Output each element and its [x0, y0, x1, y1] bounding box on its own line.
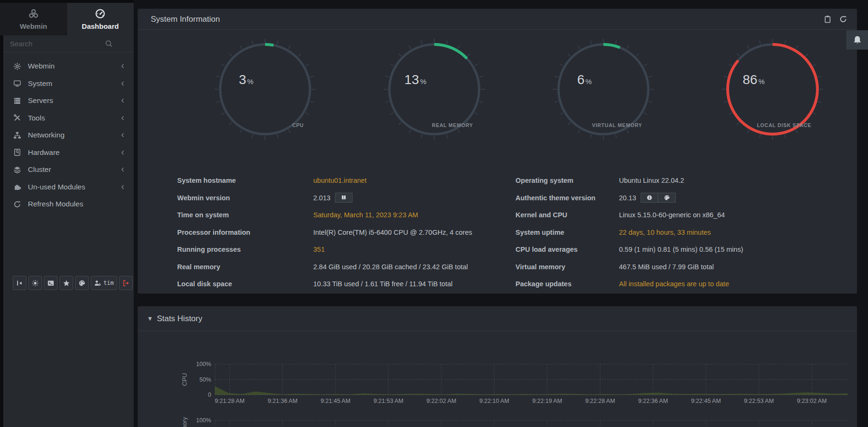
tab-webmin[interactable]: Webmin	[0, 3, 67, 35]
copy-to-clipboard-button[interactable]	[824, 15, 832, 23]
favorites-button[interactable]	[60, 276, 73, 290]
area-series-cpu	[215, 386, 848, 395]
gauge-value: 13%	[381, 72, 449, 87]
sidebar: Webmin Dashboard Webmin‹ System‹ Servers…	[3, 0, 134, 427]
info-value-text: Saturday, March 11, 2023 9:23 AM	[313, 211, 418, 219]
sidebar-item-refresh-modules[interactable]: Refresh Modules	[3, 196, 134, 213]
info-value-link[interactable]: All installed packages are up to date	[619, 275, 857, 293]
x-tick-label: 9:22:19 AM	[532, 398, 562, 404]
tab-dashboard[interactable]: Dashboard	[67, 3, 134, 35]
info-value: 2.013	[313, 189, 516, 207]
info-label: Processor information	[177, 224, 313, 241]
sidebar-item-servers[interactable]: Servers‹	[3, 92, 134, 110]
palette-icon	[664, 195, 670, 201]
panel-title: System Information	[151, 15, 220, 24]
info-value-text: 0.59 (1 min) 0.81 (5 mins) 0.56 (15 mins…	[619, 246, 743, 253]
stats-history-panel: ▼ Stats History 9:21:28 AM9:21:36 AM9:21…	[138, 306, 857, 427]
star-icon	[63, 280, 70, 287]
info-label: CPU load averages	[516, 241, 619, 258]
y-tick-label: 0	[208, 392, 211, 398]
system-information-panel: System Information 3% CPU 13% REAL MEMOR…	[138, 9, 857, 294]
sidebar-footer-buttons: tim	[13, 276, 133, 290]
logout-icon	[122, 280, 129, 287]
y-tick-label: 100%	[196, 361, 211, 367]
sidebar-item-label: Un-used Modules	[28, 183, 85, 191]
info-label: Webmin version	[177, 189, 313, 207]
chevron-left-icon: ‹	[121, 78, 124, 87]
gauge-real-memory: 13% REAL MEMORY	[381, 36, 487, 142]
gauge-value: 6%	[550, 72, 619, 87]
chevron-left-icon: ‹	[121, 112, 124, 122]
info-value-text: All installed packages are up to date	[619, 280, 729, 288]
screen-left-edge	[0, 0, 3, 427]
info-label: System uptime	[516, 224, 619, 241]
gauge-cell: 86% LOCAL DISK SPACE	[688, 36, 857, 142]
hard-drive-icon	[13, 148, 22, 156]
refresh-page-button[interactable]	[839, 15, 847, 23]
info-value-link[interactable]: ubuntu01.intranet	[313, 172, 516, 189]
logout-button[interactable]	[119, 276, 133, 290]
search-input[interactable]	[3, 40, 105, 48]
sidebar-item-system[interactable]: System‹	[3, 75, 134, 93]
chevron-left-icon: ‹	[121, 164, 124, 173]
tab-label: Dashboard	[82, 22, 119, 30]
system-info-table: System hostnameubuntu01.intranetOperatin…	[138, 172, 857, 293]
refresh-icon	[839, 15, 847, 23]
puzzle-icon	[13, 183, 22, 191]
theme-options-button[interactable]	[75, 276, 89, 290]
palette-icon	[78, 280, 86, 287]
sidebar-item-hardware[interactable]: Hardware‹	[3, 144, 134, 162]
stats-history-title: Stats History	[157, 314, 202, 324]
info-value: 10.33 TiB used / 1.61 TiB free / 11.94 T…	[313, 275, 516, 293]
dashboard-gauge-icon	[95, 9, 105, 19]
sun-icon	[32, 280, 39, 287]
info-value-link[interactable]: 351	[313, 241, 516, 258]
info-label: Local disk space	[177, 275, 313, 293]
hard-drive-icon	[13, 148, 22, 156]
search-icon[interactable]	[105, 40, 113, 48]
sidebar-item-label: Servers	[28, 96, 53, 105]
server-stack-icon	[13, 97, 22, 105]
server-stack-icon	[13, 97, 22, 105]
tab-label: Webmin	[20, 22, 47, 30]
sun-icon	[32, 280, 39, 287]
sidebar-item-un-used-modules[interactable]: Un-used Modules‹	[3, 179, 134, 196]
terminal-icon	[47, 280, 54, 287]
user-menu-button[interactable]: tim	[91, 276, 117, 290]
bell-icon	[853, 35, 862, 44]
sidebar-item-label: Refresh Modules	[28, 200, 83, 208]
notifications-tab[interactable]	[846, 30, 868, 50]
badge-group	[641, 193, 676, 203]
info-circle-badge[interactable]	[641, 193, 658, 203]
book-badge[interactable]	[335, 193, 352, 203]
sidebar-item-tools[interactable]: Tools‹	[3, 110, 134, 127]
chevron-left-icon: ‹	[121, 181, 124, 191]
info-value-text: 467.5 MiB used / 7.99 GiB total	[619, 263, 714, 271]
info-value: Linux 5.15.0-60-generic on x86_64	[619, 206, 857, 224]
display-icon	[13, 79, 22, 87]
collapse-sidebar-button[interactable]	[13, 276, 26, 290]
network-icon	[13, 131, 22, 139]
x-tick-label: 9:21:53 AM	[373, 398, 403, 404]
night-mode-button[interactable]	[28, 276, 42, 290]
gauge-virtual-memory: 6% VIRTUAL MEMORY	[550, 36, 656, 142]
sidebar-item-networking[interactable]: Networking‹	[3, 127, 134, 144]
y-tick-label: 50%	[199, 376, 211, 383]
sidebar-item-label: Networking	[28, 131, 65, 139]
info-label: Time on system	[177, 206, 313, 224]
sidebar-item-cluster[interactable]: Cluster‹	[3, 161, 134, 179]
sidebar-item-label: Webmin	[28, 62, 55, 70]
collapse-caret-icon[interactable]: ▼	[147, 315, 153, 322]
layers-icon	[13, 166, 22, 174]
network-icon	[13, 131, 22, 139]
gear-icon	[13, 62, 22, 70]
x-tick-label: 9:22:36 AM	[638, 398, 668, 404]
palette-badge[interactable]	[658, 193, 676, 203]
x-tick-label: 9:22:45 AM	[691, 398, 721, 404]
info-label: Kernel and CPU	[516, 206, 619, 224]
info-value: 0.59 (1 min) 0.81 (5 mins) 0.56 (15 mins…	[619, 241, 857, 258]
terminal-button[interactable]	[44, 276, 58, 290]
sidebar-item-webmin[interactable]: Webmin‹	[3, 58, 134, 75]
gauge-label: VIRTUAL MEMORY	[592, 122, 642, 128]
info-label: Package updates	[516, 275, 619, 293]
